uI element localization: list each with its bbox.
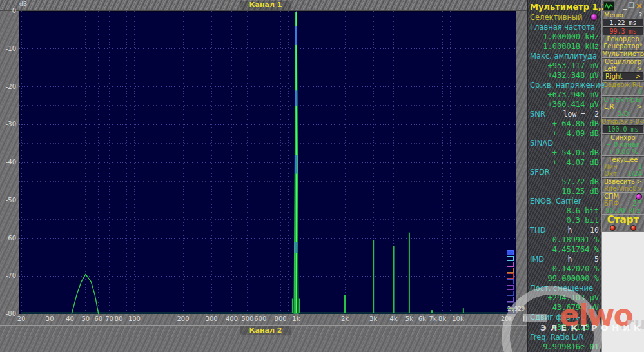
start-button-label: Старт [607, 215, 639, 225]
palette-swatch[interactable] [507, 291, 514, 296]
menu-item[interactable]: Генератор° [602, 43, 644, 50]
measurement-value-text: +673.946 mV [548, 90, 599, 99]
menu-item[interactable]: Окт1/24 [602, 170, 644, 177]
measurement-value: + 64.86 dB [530, 119, 599, 128]
x-tick-label: 40 [66, 315, 74, 322]
menu-item-label: СПМ [604, 193, 619, 200]
measurement-value-text: 0.3 bit [566, 216, 599, 225]
x-tick-label: 1k [292, 315, 300, 322]
menu-item-label: Синхро [610, 134, 635, 141]
menu-item[interactable]: Лин1 [602, 163, 644, 170]
measurement-sublabel: h = 10 [568, 226, 599, 235]
y-tick-label: -10 [1, 45, 16, 52]
menu-item[interactable]: Осциллогр [602, 57, 644, 65]
menu-item[interactable]: 3-D [602, 110, 644, 117]
menu-item[interactable]: Взвесить> [602, 177, 644, 185]
y-axis: 0-10-20-30-40-50-60-70-80 [0, 11, 17, 314]
measurement-value-text: 57.72 dB [561, 177, 599, 186]
measurement-value-text: 18.25 dB [561, 187, 599, 196]
measurement-value-text: -43.6794 µV [548, 303, 599, 312]
measurement-label: Пост. смещение [530, 284, 599, 293]
close-button[interactable]: × [636, 3, 643, 9]
menu-item-label: Rife-Vinc [604, 185, 632, 192]
channel1-label: Канал 1 [240, 1, 291, 10]
palette-swatch[interactable] [507, 256, 514, 261]
measurement-rows: СелективныйГлавная частота1.000000 kHz1.… [530, 12, 599, 351]
menu-item-value: 2¹⁵ [633, 200, 642, 207]
menu-item[interactable]: + 0.00 % [602, 148, 644, 155]
spm-led-icon [636, 193, 642, 200]
measurement-value: 57.72 dB [530, 177, 599, 187]
palette-swatch[interactable] [507, 273, 514, 279]
measurement-value-text: 0.189901 % [552, 235, 599, 244]
measurement-label: SFDR [530, 168, 599, 177]
x-tick-label: 4k [389, 315, 397, 322]
menu-item[interactable]: Текущее [602, 155, 644, 163]
measurement-value: + 54.05 dB [530, 148, 599, 157]
menu-item[interactable]: Rife-Vinc8> [602, 185, 644, 192]
measurement-label-text: Сдвиг фаз R-L [530, 313, 585, 322]
measurement-value: 18.25 dB [530, 187, 599, 197]
menu-item[interactable]: Синхро [602, 133, 644, 141]
measurement-value-text: +294.103 µV [548, 293, 599, 302]
menu-item-label: БПФ [604, 200, 619, 207]
channel1-header: dB Канал 1 [0, 0, 527, 11]
palette-swatch[interactable] [507, 279, 514, 284]
menu-item[interactable]: Мультиметр [602, 50, 644, 57]
palette-swatch[interactable] [507, 285, 514, 290]
measurement-value: 4.451764 % [530, 245, 599, 255]
measurement-label-text: Freq. Ratio L/R [530, 333, 583, 342]
start-button[interactable]: Старт [602, 214, 644, 231]
palette-swatch[interactable] [507, 262, 514, 267]
measurement-value: +432.348 µV [530, 70, 599, 80]
maximize-button[interactable]: ❐ [628, 3, 634, 9]
menu-item[interactable]: БПФ2¹⁵ [602, 200, 644, 207]
menu-item[interactable]: +0 [602, 88, 644, 95]
measurement-label: SNRlow = 2 [530, 109, 599, 119]
palette-swatch[interactable] [507, 297, 514, 302]
menu-item-label: 96.00 kHz [605, 207, 640, 214]
palette-swatch[interactable] [507, 250, 514, 255]
menu-item[interactable]: 1.22 ms [603, 19, 643, 27]
measurement-value: +360.414 µV [530, 99, 599, 109]
led-red-left-icon [610, 225, 616, 231]
measurement-value-text: 99.000000 % [548, 274, 599, 283]
measurement-value: 8.6 bit [530, 206, 599, 216]
x-tick-label: 70 [105, 315, 113, 322]
menu-item-label: Right [605, 73, 622, 80]
menu-item[interactable]: 96.00 kHz [602, 207, 644, 214]
menu-item[interactable]: Откр.вх >0< [602, 117, 644, 125]
measurement-value: + 4.09 dB [530, 128, 599, 138]
measurements-title: Мультиметр 1,2 [530, 2, 607, 12]
menu-item[interactable]: Спектры [602, 95, 644, 103]
x-tick-label: 30 [46, 315, 54, 322]
menu-item-label: Текущее [609, 156, 638, 163]
menu-item[interactable]: СПМ [602, 192, 644, 200]
measurement-label: SINAD [530, 138, 599, 148]
menu-item[interactable]: 100.0 ms [603, 125, 643, 133]
menu-item[interactable]: L,R> [602, 103, 644, 110]
led-red-right-icon [630, 225, 636, 231]
measurement-sublabel: h = 5 [568, 255, 599, 264]
menu-item[interactable]: Left> [602, 65, 644, 72]
menu-item[interactable]: 99.3 ms [603, 27, 643, 35]
x-tick-label: 2k [341, 315, 349, 322]
menu-item-label: 1.22 ms [609, 19, 636, 26]
menu-item[interactable]: + 0 канал [602, 141, 644, 148]
menu-item[interactable]: Рекордер [602, 35, 644, 43]
app-icon [603, 1, 614, 11]
measurement-value: +294.103 µV [530, 293, 599, 303]
measurement-value: 1.000018 kHz [530, 41, 599, 51]
menu-item[interactable]: Меню? [602, 12, 644, 19]
measurement-value: -43.6794 µV [530, 303, 599, 313]
menu-item-label: Лин [604, 163, 618, 170]
menu-item[interactable]: Задерж R-L [602, 81, 644, 88]
y-tick-label: -20 [1, 83, 16, 90]
palette-swatch[interactable] [507, 268, 514, 273]
spectrum-plot[interactable] [19, 11, 516, 314]
menu-item[interactable]: Right> [603, 72, 643, 81]
menu-item-label: 100.0 ms [607, 126, 638, 133]
x-tick-label: 8k [438, 315, 446, 322]
measurement-label-text: Ср.кв. напряжение [530, 81, 605, 90]
minimize-button[interactable]: _ [623, 3, 627, 9]
